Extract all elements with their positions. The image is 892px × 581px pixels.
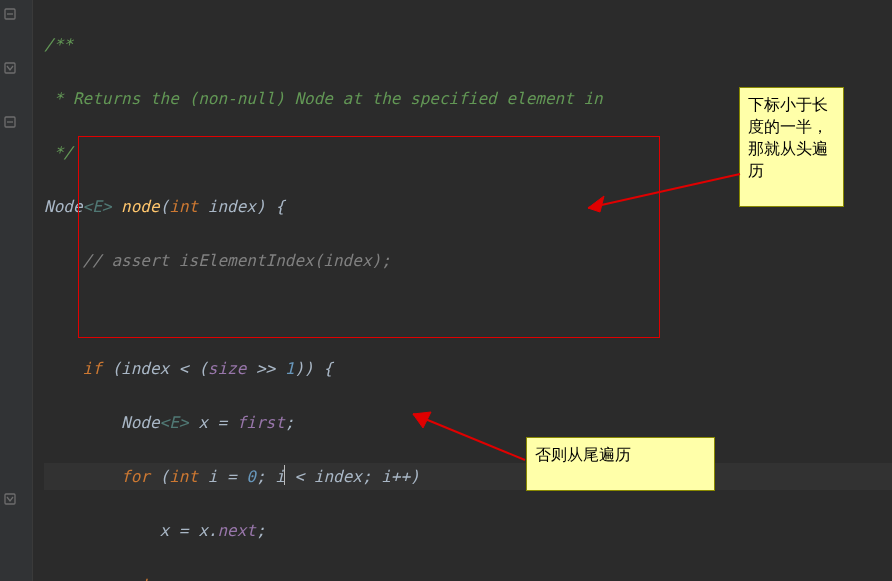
commented-code: // assert isElementIndex(index); — [83, 251, 391, 270]
fold-close-icon[interactable] — [4, 493, 16, 505]
svg-rect-5 — [5, 494, 15, 504]
annotation-note-bottom: 否则从尾遍历 — [526, 437, 715, 491]
doc-comment: */ — [44, 143, 73, 162]
svg-rect-2 — [5, 63, 15, 73]
method-name: node — [121, 197, 160, 216]
fold-close-icon[interactable] — [4, 62, 16, 74]
fold-minus-icon[interactable] — [4, 116, 16, 128]
editor-gutter — [0, 0, 33, 581]
annotation-note-top: 下标小于长度的一半，那就从头遍历 — [739, 87, 844, 207]
doc-comment: /** — [44, 35, 73, 54]
doc-comment: * Returns the (non-null) Node at the spe… — [44, 89, 603, 108]
fold-minus-icon[interactable] — [4, 8, 16, 20]
